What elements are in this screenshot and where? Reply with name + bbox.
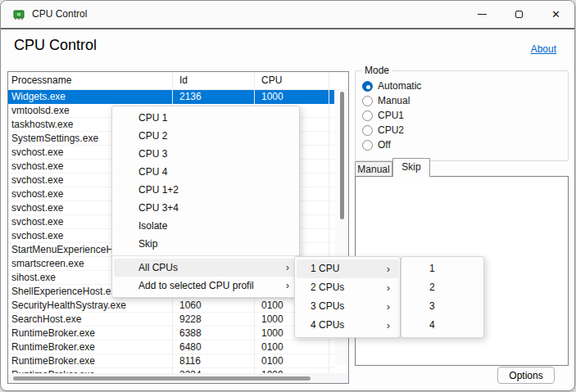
process-name-cell: svchost.exe — [11, 160, 63, 173]
submenu-item-3-cpus[interactable]: 3 CPUs› — [297, 297, 398, 316]
process-name-cell: SearchHost.exe — [11, 313, 81, 326]
process-cpu-cell: 1000 — [261, 90, 283, 103]
submenu-chevron-icon: › — [286, 277, 289, 295]
submenu-item-4[interactable]: 4 — [403, 316, 482, 335]
process-name-cell: ShellExperienceHost.exe — [11, 285, 121, 298]
close-button[interactable]: ✕ — [537, 1, 574, 28]
window-controls: ✕ — [464, 1, 574, 28]
mode-option-cpu2[interactable]: CPU2 — [362, 124, 404, 137]
process-name-cell: svchost.exe — [11, 187, 63, 201]
radio-button-icon — [362, 96, 373, 106]
submenu-item-1[interactable]: 1 — [403, 259, 482, 278]
submenu-item-1-cpu[interactable]: 1 CPU› — [297, 259, 398, 278]
process-cpu-cell: 0100 — [261, 340, 283, 354]
menu-item-isolate[interactable]: Isolate — [114, 217, 297, 235]
process-cpu-cell: 1000 — [261, 313, 283, 326]
submenu-chevron-icon: › — [387, 297, 390, 316]
page-title: CPU Control — [14, 37, 97, 54]
radio-label: CPU2 — [378, 124, 404, 136]
menu-item-add-to-selected-cpu-profil[interactable]: Add to selected CPU profil› — [114, 277, 297, 295]
menu-item-cpu-2[interactable]: CPU 2 — [114, 127, 297, 145]
column-header-processname[interactable]: Processname — [11, 72, 71, 89]
radio-button-icon — [362, 140, 373, 151]
menu-separator — [112, 255, 299, 256]
minimize-icon — [478, 14, 487, 15]
about-link[interactable]: About — [531, 43, 556, 55]
menu-item-cpu-4[interactable]: CPU 4 — [114, 163, 297, 181]
column-header-cpu[interactable]: CPU — [261, 72, 282, 89]
column-header-id[interactable]: Id — [179, 72, 188, 89]
process-id-cell: 1060 — [179, 299, 202, 312]
close-icon: ✕ — [551, 9, 560, 20]
process-name-cell: SystemSettings.exe — [11, 132, 98, 145]
menu-item-cpu-3[interactable]: CPU 3 — [114, 145, 297, 163]
process-id-cell: 6480 — [179, 340, 202, 354]
process-name-cell: RuntimeBroker.exe — [11, 327, 95, 340]
process-name-cell: svchost.exe — [11, 146, 63, 159]
mode-groupbox-label: Mode — [362, 65, 392, 76]
process-row[interactable]: SearchHost.exe92281000 — [8, 313, 334, 327]
vertical-scrollbar-thumb[interactable] — [340, 92, 344, 219]
cpu-chip-icon — [11, 7, 26, 22]
app-window: CPU Control ✕ CPU Control About Processn… — [0, 0, 575, 391]
submenu-item-label: 2 CPUs — [311, 282, 344, 293]
menu-item-label: All CPUs — [138, 262, 178, 273]
mode-option-cpu1[interactable]: CPU1 — [362, 109, 404, 122]
menu-item-cpu-1[interactable]: CPU 1 — [114, 109, 297, 127]
radio-label: Manual — [378, 95, 410, 106]
submenu-item-2[interactable]: 2 — [403, 278, 482, 297]
horizontal-scrollbar-thumb[interactable] — [13, 376, 311, 381]
process-cpu-cell: 0100 — [261, 299, 283, 312]
process-row[interactable]: SecurityHealthSystray.exe10600100 — [8, 299, 334, 313]
process-row[interactable]: RuntimeBroker.exe64800100 — [8, 340, 334, 354]
menu-item-cpu-1-2[interactable]: CPU 1+2 — [114, 181, 297, 199]
process-name-cell: sihost.exe — [11, 271, 56, 284]
radio-label: Automatic — [378, 80, 421, 92]
process-cpu-cell: 0100 — [261, 354, 283, 367]
cpu-number-submenu: 1234 — [401, 256, 484, 338]
horizontal-scrollbar[interactable] — [8, 373, 348, 383]
submenu-item-label: 3 CPUs — [311, 300, 344, 312]
process-id-cell: 2136 — [179, 90, 202, 103]
list-header: Processname Id CPU — [8, 72, 348, 90]
menu-item-cpu-3-4[interactable]: CPU 3+4 — [114, 199, 297, 217]
process-id-cell: 8116 — [179, 354, 201, 367]
cpu-count-submenu: 1 CPU›2 CPUs›3 CPUs›4 CPUs› — [294, 256, 401, 338]
process-name-cell: svchost.exe — [11, 173, 63, 187]
process-name-cell: SecurityHealthSystray.exe — [11, 299, 126, 312]
titlebar-divider — [1, 28, 574, 29]
process-name-cell: smartscreen.exe — [11, 257, 84, 270]
menu-item-all-cpus[interactable]: All CPUs› — [114, 259, 297, 277]
submenu-chevron-icon: › — [286, 259, 289, 277]
mode-option-off[interactable]: Off — [362, 138, 391, 151]
mode-option-manual[interactable]: Manual — [362, 94, 410, 107]
process-row[interactable]: RuntimeBroker.exe63881000 — [8, 327, 334, 340]
process-id-cell: 9228 — [179, 313, 202, 326]
process-name-cell: svchost.exe — [11, 215, 63, 228]
submenu-chevron-icon: › — [387, 259, 390, 278]
tab-skip[interactable]: Skip — [392, 158, 430, 177]
process-id-cell: 6388 — [179, 327, 202, 340]
maximize-button[interactable] — [501, 1, 537, 28]
process-row[interactable]: Widgets.exe21361000 — [8, 90, 334, 104]
mode-option-automatic[interactable]: Automatic — [362, 79, 421, 92]
process-name-cell: Widgets.exe — [11, 90, 66, 103]
menu-item-label: Add to selected CPU profil — [138, 280, 254, 291]
submenu-item-4-cpus[interactable]: 4 CPUs› — [297, 316, 398, 335]
tab-manual[interactable]: Manual — [355, 161, 392, 176]
submenu-item-2-cpus[interactable]: 2 CPUs› — [297, 278, 398, 297]
process-name-cell: vmtoolsd.exe — [11, 104, 70, 117]
process-name-cell: svchost.exe — [11, 201, 63, 214]
window-title: CPU Control — [32, 8, 87, 20]
process-name-cell: RuntimeBroker.exe — [11, 354, 95, 367]
radio-label: CPU1 — [378, 110, 404, 121]
process-name-cell: svchost.exe — [11, 229, 63, 242]
options-button[interactable]: Options — [497, 367, 555, 384]
maximize-icon — [515, 11, 523, 18]
submenu-chevron-icon: › — [387, 278, 390, 297]
submenu-item-label: 4 CPUs — [311, 319, 344, 331]
minimize-button[interactable] — [464, 1, 501, 28]
process-row[interactable]: RuntimeBroker.exe81160100 — [8, 354, 334, 368]
submenu-item-3[interactable]: 3 — [403, 297, 482, 316]
menu-item-skip[interactable]: Skip — [114, 235, 297, 253]
